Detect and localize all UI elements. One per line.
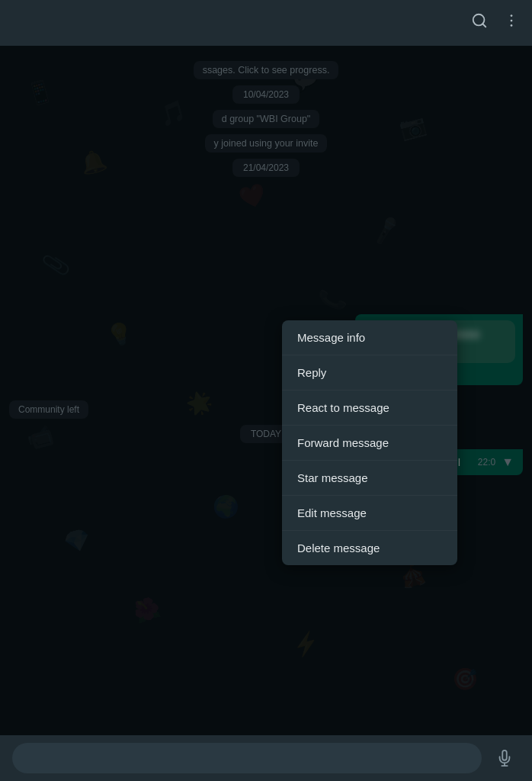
context-menu-item-react[interactable]: React to message xyxy=(282,390,457,426)
more-options-icon[interactable] xyxy=(503,12,520,34)
svg-point-3 xyxy=(511,20,513,22)
context-menu-item-message-info[interactable]: Message info xyxy=(282,320,457,355)
svg-point-2 xyxy=(511,14,513,17)
message-input[interactable] xyxy=(12,743,482,773)
chat-header xyxy=(0,0,532,46)
microphone-button[interactable] xyxy=(489,743,520,773)
context-menu: Message info Reply React to message Forw… xyxy=(282,320,457,565)
search-icon[interactable] xyxy=(471,12,488,34)
chat-background: 📱 🎵 💬 📷 🔔 ❤️ 🎤 📎 📞 💡 🔒 🌟 📹 🎭 🌍 💎 🎪 🌺 ⚡ 🎯… xyxy=(0,46,532,735)
context-menu-item-star[interactable]: Star message xyxy=(282,461,457,496)
message-input-bar xyxy=(0,735,532,781)
context-menu-item-delete[interactable]: Delete message xyxy=(282,531,457,565)
svg-line-1 xyxy=(482,24,486,27)
svg-point-4 xyxy=(511,24,513,27)
context-menu-item-reply[interactable]: Reply xyxy=(282,355,457,390)
context-menu-item-edit[interactable]: Edit message xyxy=(282,496,457,531)
context-menu-item-forward[interactable]: Forward message xyxy=(282,426,457,461)
